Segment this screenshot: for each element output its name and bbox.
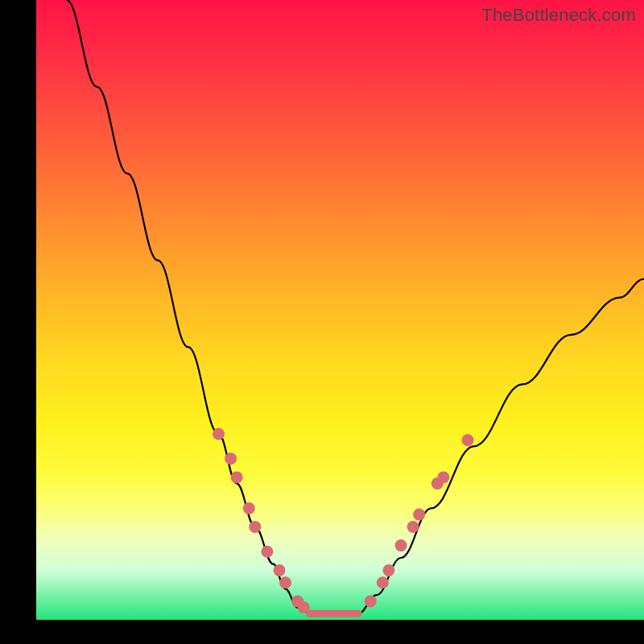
- marker-dot: [365, 595, 377, 607]
- marker-dot: [298, 601, 310, 613]
- marker-dots: [213, 428, 474, 614]
- marker-dot: [377, 576, 389, 588]
- right-curve: [358, 279, 644, 614]
- marker-dot: [231, 471, 243, 483]
- marker-dot: [407, 521, 419, 533]
- marker-dot: [382, 564, 394, 576]
- marker-dot: [225, 452, 237, 464]
- marker-dot: [274, 564, 286, 576]
- marker-dot: [279, 576, 291, 588]
- chart-frame: TheBottleneck.com: [0, 0, 644, 644]
- marker-dot: [249, 521, 261, 533]
- marker-dot: [462, 434, 474, 446]
- watermark-text: TheBottleneck.com: [481, 5, 636, 26]
- left-curve: [67, 0, 310, 613]
- marker-dot: [213, 428, 225, 440]
- marker-dot: [437, 471, 449, 483]
- chart-svg: [36, 0, 644, 620]
- plot-area: TheBottleneck.com: [36, 0, 644, 620]
- marker-dot: [261, 546, 273, 558]
- marker-dot: [243, 502, 255, 514]
- marker-dot: [395, 539, 407, 551]
- marker-dot: [413, 509, 425, 521]
